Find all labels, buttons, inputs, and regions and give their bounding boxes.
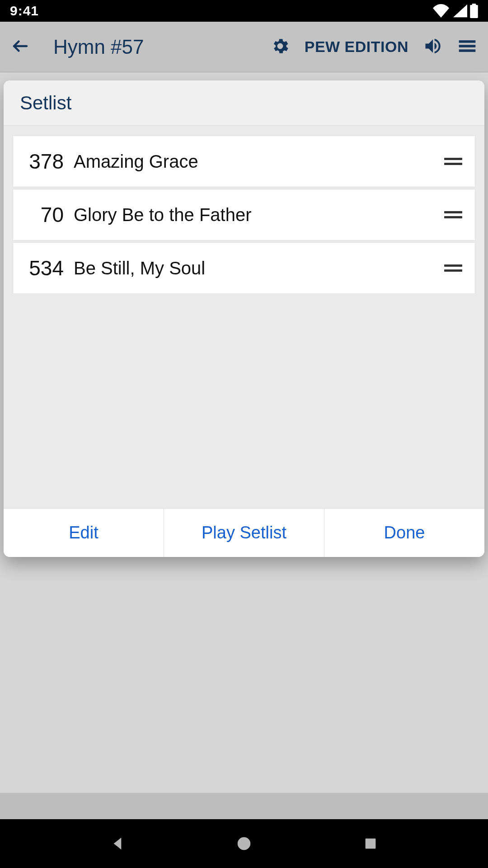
status-icons: [433, 4, 478, 18]
nav-home-button[interactable]: [226, 826, 262, 862]
hymn-title: Be Still, My Soul: [72, 258, 441, 278]
hymn-number: 534: [13, 256, 72, 280]
list-item[interactable]: 534 Be Still, My Soul: [13, 242, 475, 294]
svg-rect-1: [472, 4, 476, 5]
nav-recents-button[interactable]: [352, 826, 389, 862]
hymn-number: 70: [13, 203, 72, 227]
drag-handle-icon[interactable]: [441, 158, 466, 165]
svg-rect-0: [470, 5, 478, 18]
setlist-dialog: Setlist 378 Amazing Grace 70 Glory Be to…: [4, 80, 484, 557]
menu-icon[interactable]: [457, 36, 477, 58]
dialog-title: Setlist: [4, 80, 484, 126]
cellular-icon: [452, 4, 467, 18]
system-nav-bar: [0, 819, 488, 868]
svg-rect-5: [459, 49, 476, 52]
nav-back-button[interactable]: [99, 826, 136, 862]
edition-label[interactable]: PEW EDITION: [305, 38, 408, 56]
hymn-title: Glory Be to the Father: [72, 205, 441, 225]
drag-handle-icon[interactable]: [441, 264, 466, 272]
page-title: Hymn #57: [53, 36, 256, 58]
edit-button[interactable]: Edit: [4, 509, 164, 557]
app-screen: Hymn #57 PEW EDITION Setlist 378 Amazing…: [0, 22, 488, 819]
hymn-title: Amazing Grace: [72, 151, 441, 172]
play-setlist-button[interactable]: Play Setlist: [164, 509, 324, 557]
svg-rect-4: [459, 45, 476, 47]
list-item[interactable]: 70 Glory Be to the Father: [13, 189, 475, 241]
volume-icon[interactable]: [423, 36, 443, 58]
setlist-list: 378 Amazing Grace 70 Glory Be to the Fat…: [13, 136, 475, 497]
wifi-icon: [433, 4, 449, 18]
gear-icon[interactable]: [270, 36, 290, 58]
svg-rect-7: [366, 839, 376, 849]
status-bar: 9:41: [0, 0, 488, 22]
dialog-body: 378 Amazing Grace 70 Glory Be to the Fat…: [4, 126, 484, 508]
app-bar: Hymn #57 PEW EDITION: [0, 22, 488, 72]
back-icon[interactable]: [11, 37, 30, 57]
list-item[interactable]: 378 Amazing Grace: [13, 136, 475, 187]
hymn-number: 378: [13, 149, 72, 174]
svg-point-6: [238, 837, 251, 850]
dimmed-bottom-strip: [0, 793, 488, 819]
drag-handle-icon[interactable]: [441, 211, 466, 218]
battery-icon: [470, 4, 478, 18]
status-time: 9:41: [10, 3, 39, 19]
svg-rect-3: [459, 40, 476, 43]
done-button[interactable]: Done: [324, 509, 484, 557]
dialog-actions: Edit Play Setlist Done: [4, 508, 484, 557]
